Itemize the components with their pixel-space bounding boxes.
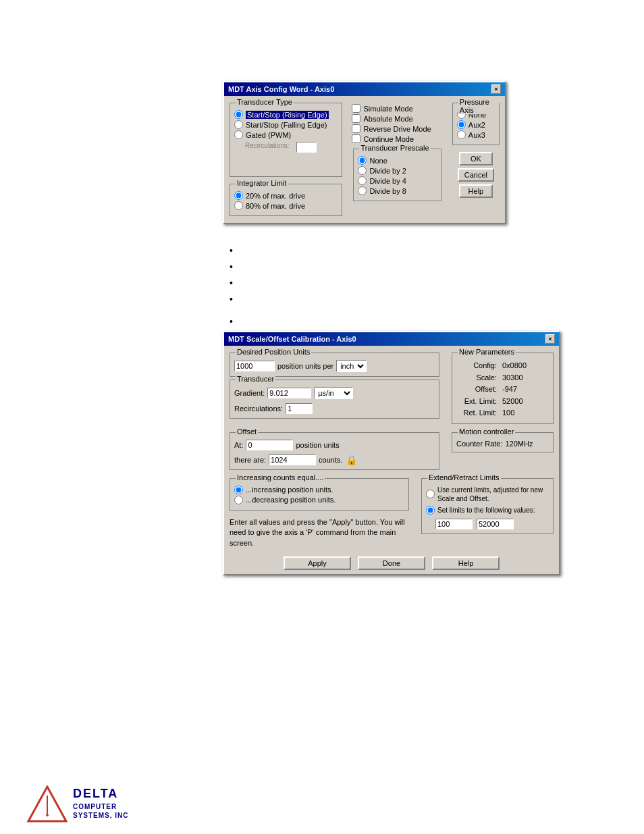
radio-div4-label: Divide by 4 — [369, 177, 406, 185]
motion-controller-group: Motion controller Counter Rate: 120MHz — [452, 432, 554, 452]
cancel-button[interactable]: Cancel — [458, 168, 494, 182]
transducer-type-group: Transducer Type Start/Stop (Rising Edge)… — [230, 103, 342, 177]
radio-20pct-label: 20% of max. drive — [246, 192, 305, 200]
ok-button[interactable]: OK — [459, 152, 493, 165]
calibration-dialog-content: Desired Position Units position units pe… — [224, 346, 559, 574]
radio-increasing-row: ...increasing position units. — [234, 486, 404, 494]
apply-button[interactable]: Apply — [284, 556, 351, 570]
ret-value-input[interactable] — [435, 519, 473, 529]
offset-group: Offset At: position units there are: cou… — [230, 432, 439, 470]
increasing-counts-group: Increasing counts equal.... ...increasin… — [230, 478, 409, 511]
help-button[interactable]: Help — [459, 184, 493, 198]
desired-position-group: Desired Position Units position units pe… — [230, 353, 439, 377]
radio-80pct-row: 80% of max. drive — [234, 201, 338, 210]
param-scale-value: 30300 — [502, 372, 523, 384]
param-offset-label: Offset: — [456, 384, 497, 396]
radio-div4[interactable] — [358, 176, 367, 185]
logo-company: DELTA — [73, 786, 129, 802]
offset-section: Offset At: position units there are: cou… — [228, 429, 441, 473]
transducer-label: Transducer — [236, 375, 275, 383]
radio-div2-label: Divide by 2 — [369, 167, 406, 175]
param-ret-limit: Ret. Limit: 100 — [456, 407, 549, 419]
config-dialog-close[interactable]: × — [491, 84, 501, 94]
pressure-axis-label: Pressure Axis — [458, 98, 499, 114]
radio-decreasing-row: ...decreasing position units. — [234, 496, 404, 504]
radio-rising-edge[interactable] — [234, 110, 243, 119]
radio-div8[interactable] — [358, 186, 367, 195]
radio-20pct[interactable] — [234, 191, 243, 200]
desired-position-label: Desired Position Units — [236, 348, 311, 356]
bullet-2: • — [230, 261, 233, 272]
at-input[interactable] — [246, 440, 293, 450]
radio-none[interactable] — [358, 156, 367, 165]
radio-pa-aux2-label: Aux2 — [468, 121, 485, 129]
logo-text: DELTA COMPUTER SYSTEMS, INC — [73, 786, 129, 819]
calibration-dialog-title: MDT Scale/Offset Calibration - Axis0 — [228, 335, 356, 343]
check-reverse-row: Reverse Drive Mode — [352, 124, 442, 133]
radio-use-current-label: Use current limits, adjusted for new Sca… — [437, 486, 549, 503]
check-reverse[interactable] — [352, 124, 360, 133]
config-dialog: MDT Axis Config Word - Axis0 × Transduce… — [223, 81, 506, 224]
top-section: Desired Position Units position units pe… — [228, 350, 555, 427]
radio-set-limits[interactable] — [426, 506, 435, 515]
radio-increasing[interactable] — [234, 486, 243, 494]
gradient-label: Gradient: — [234, 389, 265, 397]
logo-section: DELTA COMPUTER SYSTEMS, INC — [27, 785, 129, 820]
extend-retract-section: Extend/Retract Limits Use current limits… — [420, 475, 555, 551]
pressure-axis-group: Pressure Axis None Aux2 Aux3 — [452, 103, 500, 145]
transducer-group: Transducer Gradient: µs/in µs/mm Recircu… — [230, 380, 439, 419]
radio-use-current-row: Use current limits, adjusted for new Sca… — [426, 486, 549, 503]
unit-select[interactable]: inch mm cm — [336, 360, 367, 372]
check-absolute[interactable] — [352, 114, 360, 123]
radio-rising-edge-row: Start/Stop (Rising Edge) — [234, 110, 338, 119]
radio-div4-row: Divide by 4 — [358, 176, 436, 185]
gradient-row: Gradient: µs/in µs/mm — [234, 387, 435, 399]
calibration-dialog-close[interactable]: × — [545, 334, 555, 344]
check-simulate[interactable] — [352, 104, 360, 113]
recirculations-input2[interactable] — [286, 403, 313, 414]
done-button[interactable]: Done — [358, 556, 425, 570]
params-table: Config: 0x0800 Scale: 30300 Offset: -947 — [456, 360, 549, 419]
bullet-4: • — [230, 294, 233, 305]
gradient-unit-select[interactable]: µs/in µs/mm — [314, 387, 353, 399]
param-ret-limit-label: Ret. Limit: — [456, 407, 497, 419]
gradient-input[interactable] — [267, 388, 311, 398]
units-per-label: position units per — [277, 362, 333, 370]
transducer-type-label: Transducer Type — [236, 98, 294, 106]
help-button2[interactable]: Help — [432, 556, 500, 570]
radio-gated-label: Gated (PWM) — [246, 131, 291, 139]
position-units-input[interactable] — [234, 361, 275, 371]
radio-use-current[interactable] — [426, 490, 435, 498]
ext-value-input[interactable] — [477, 519, 514, 529]
radio-20pct-row: 20% of max. drive — [234, 191, 338, 200]
bullet-3: • — [230, 278, 233, 288]
radio-decreasing[interactable] — [234, 496, 243, 504]
param-config-value: 0x0800 — [502, 360, 527, 372]
check-continue-label: Continue Mode — [363, 135, 414, 143]
counter-rate-row: Counter Rate: 120MHz — [456, 440, 549, 448]
extend-retract-label: Extend/Retract Limits — [427, 473, 501, 481]
at-unit-label: position units — [296, 441, 339, 449]
extend-retract-group: Extend/Retract Limits Use current limits… — [421, 478, 554, 534]
radio-div2[interactable] — [358, 166, 367, 175]
recirculations-input[interactable] — [296, 142, 317, 153]
radio-falling-edge-label: Start/Stop (Falling Edge) — [246, 121, 327, 129]
logo-line2: SYSTEMS, INC — [73, 811, 129, 820]
recirculations-label: Recirculations: — [245, 142, 290, 153]
recirculations-label2: Recirculations: — [234, 405, 283, 413]
radio-falling-edge[interactable] — [234, 120, 243, 129]
increasing-counts-section: Increasing counts equal.... ...increasin… — [228, 475, 410, 551]
param-ext-limit-label: Ext. Limit: — [456, 396, 497, 408]
lock-icon: 🔒 — [346, 454, 357, 465]
radio-gated[interactable] — [234, 130, 243, 139]
there-are-input[interactable] — [269, 454, 316, 465]
check-simulate-row: Simulate Mode — [352, 104, 442, 113]
radio-80pct[interactable] — [234, 201, 243, 210]
radio-pa-aux2[interactable] — [457, 120, 466, 129]
integrator-limit-group: Integrator Limit 20% of max. drive 80% o… — [230, 184, 342, 216]
radio-pa-aux3[interactable] — [457, 130, 466, 139]
radio-div8-row: Divide by 8 — [358, 186, 436, 195]
bullet-1: • — [230, 245, 233, 256]
new-parameters-label: New Parameters — [458, 348, 516, 356]
check-continue[interactable] — [352, 134, 360, 143]
